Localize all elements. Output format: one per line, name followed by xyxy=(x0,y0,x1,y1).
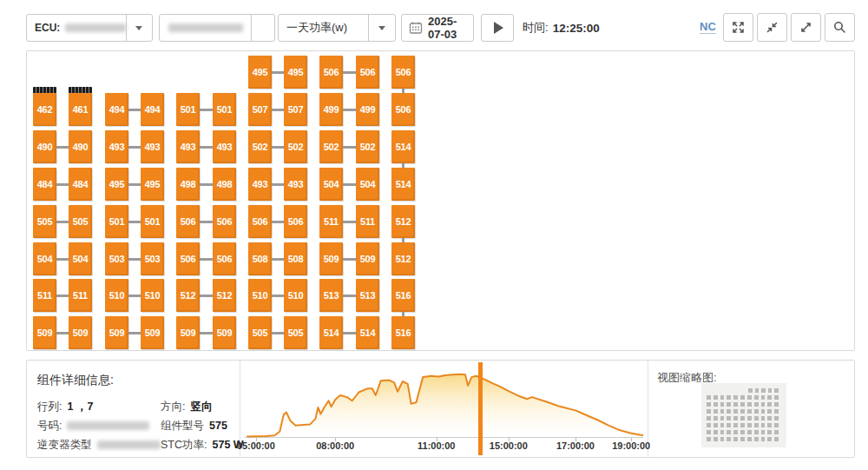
pv-module[interactable]: 512 xyxy=(391,205,415,238)
arrows-out-button[interactable] xyxy=(723,13,753,42)
pv-module[interactable]: 511 xyxy=(69,279,92,312)
pv-module[interactable]: 513 xyxy=(319,279,343,312)
pv-module[interactable]: 493 xyxy=(284,168,307,201)
pv-module[interactable]: 498 xyxy=(213,168,236,201)
pv-module[interactable]: 506 xyxy=(213,205,236,238)
pv-module[interactable]: 493 xyxy=(176,130,200,163)
pv-module[interactable]: 514 xyxy=(319,316,343,349)
pv-module[interactable]: 493 xyxy=(105,130,128,163)
pv-module[interactable]: 509 xyxy=(319,242,343,275)
chart-time-cursor[interactable] xyxy=(478,362,483,455)
play-button[interactable] xyxy=(481,14,514,42)
pv-module[interactable]: 512 xyxy=(176,279,200,312)
metric-select[interactable]: 一天功率(w) xyxy=(278,14,396,42)
pv-module[interactable]: 516 xyxy=(391,316,415,349)
pv-module[interactable]: 502 xyxy=(284,130,307,163)
pv-module[interactable]: 461 xyxy=(69,93,92,126)
pv-module[interactable]: 498 xyxy=(176,168,200,201)
pv-module[interactable]: 506 xyxy=(391,56,415,89)
pv-module[interactable]: 506 xyxy=(319,56,343,89)
pv-module[interactable]: 512 xyxy=(391,242,415,275)
pv-module[interactable]: 510 xyxy=(105,279,128,312)
pv-module[interactable]: 499 xyxy=(356,93,379,126)
pv-module[interactable]: 502 xyxy=(248,130,272,163)
pv-module[interactable]: 508 xyxy=(248,242,272,275)
pv-module[interactable]: 490 xyxy=(69,130,92,163)
date-picker[interactable]: 2025-07-03 xyxy=(401,14,474,42)
pv-module[interactable]: 484 xyxy=(69,168,92,201)
pv-module[interactable]: 512 xyxy=(213,279,236,312)
collapse-button[interactable] xyxy=(757,13,787,42)
pv-module[interactable]: 462 xyxy=(33,93,56,126)
pv-module[interactable]: 505 xyxy=(284,316,307,349)
chart-plot-area[interactable] xyxy=(245,362,643,438)
pv-module[interactable]: 513 xyxy=(356,279,379,312)
ecu-select[interactable]: ECU: xyxy=(26,14,153,42)
pv-module[interactable]: 495 xyxy=(284,56,307,89)
pv-module[interactable]: 490 xyxy=(33,130,56,163)
pv-module[interactable]: 493 xyxy=(213,130,236,163)
pv-module[interactable]: 508 xyxy=(284,242,307,275)
pv-module[interactable]: 507 xyxy=(248,93,272,126)
module-layout-canvas[interactable]: 4954955065065064624614944945015015075074… xyxy=(26,50,855,351)
pv-module[interactable]: 509 xyxy=(176,316,200,349)
pv-module[interactable]: 504 xyxy=(69,242,92,275)
pv-module[interactable]: 509 xyxy=(69,316,92,349)
pv-module[interactable]: 505 xyxy=(33,205,56,238)
layout-thumbnail[interactable] xyxy=(701,383,786,447)
nc-link[interactable]: NC xyxy=(700,20,716,34)
pv-module[interactable]: 504 xyxy=(319,168,343,201)
pv-module[interactable]: 495 xyxy=(105,168,128,201)
pv-module[interactable]: 506 xyxy=(391,93,415,126)
pv-module[interactable]: 510 xyxy=(141,279,164,312)
pv-module[interactable]: 502 xyxy=(356,130,379,163)
device-select[interactable] xyxy=(159,14,275,42)
pv-module[interactable]: 502 xyxy=(319,130,343,163)
pv-module[interactable]: 506 xyxy=(176,205,200,238)
pv-module[interactable]: 516 xyxy=(391,279,415,312)
pv-module[interactable]: 504 xyxy=(33,242,56,275)
pv-module[interactable]: 501 xyxy=(176,93,200,126)
pv-module[interactable]: 499 xyxy=(319,93,343,126)
pv-module[interactable]: 505 xyxy=(69,205,92,238)
pv-module[interactable]: 501 xyxy=(105,205,128,238)
pv-module[interactable]: 509 xyxy=(356,242,379,275)
pv-module[interactable]: 514 xyxy=(356,316,379,349)
pv-module[interactable]: 493 xyxy=(141,130,164,163)
pv-module[interactable]: 509 xyxy=(33,316,56,349)
pv-module[interactable]: 509 xyxy=(141,316,164,349)
pv-module[interactable]: 510 xyxy=(284,279,307,312)
pv-module[interactable]: 495 xyxy=(141,168,164,201)
pv-module[interactable]: 494 xyxy=(105,93,128,126)
pv-module[interactable]: 501 xyxy=(213,93,236,126)
search-button[interactable] xyxy=(825,13,855,42)
pv-module[interactable]: 506 xyxy=(213,242,236,275)
pv-module[interactable]: 509 xyxy=(105,316,128,349)
pv-module[interactable]: 511 xyxy=(319,205,343,238)
pv-module[interactable]: 506 xyxy=(356,56,379,89)
expand-button[interactable] xyxy=(791,13,821,42)
pv-module[interactable]: 495 xyxy=(248,56,272,89)
power-chart[interactable]: 05:00:0008:00:0011:00:0015:00:0017:00:00… xyxy=(240,361,648,459)
pv-module[interactable]: 507 xyxy=(284,93,307,126)
pv-module[interactable]: 509 xyxy=(213,316,236,349)
pv-module[interactable]: 511 xyxy=(33,279,56,312)
pv-module[interactable]: 511 xyxy=(356,205,379,238)
pv-module[interactable]: 514 xyxy=(391,168,415,201)
pv-module[interactable]: 503 xyxy=(105,242,128,275)
metric-select-caret[interactable] xyxy=(369,26,395,30)
pv-module[interactable]: 510 xyxy=(248,279,272,312)
thumbnail-module-dot xyxy=(727,423,731,427)
pv-module[interactable]: 484 xyxy=(33,168,56,201)
pv-module[interactable]: 514 xyxy=(391,130,415,163)
pv-module[interactable]: 506 xyxy=(248,205,272,238)
ecu-select-caret[interactable] xyxy=(127,26,152,30)
pv-module[interactable]: 505 xyxy=(248,316,272,349)
pv-module[interactable]: 503 xyxy=(141,242,164,275)
pv-module[interactable]: 494 xyxy=(141,93,164,126)
pv-module[interactable]: 506 xyxy=(284,205,307,238)
pv-module[interactable]: 493 xyxy=(248,168,272,201)
pv-module[interactable]: 504 xyxy=(356,168,379,201)
pv-module[interactable]: 501 xyxy=(141,205,164,238)
pv-module[interactable]: 506 xyxy=(176,242,200,275)
